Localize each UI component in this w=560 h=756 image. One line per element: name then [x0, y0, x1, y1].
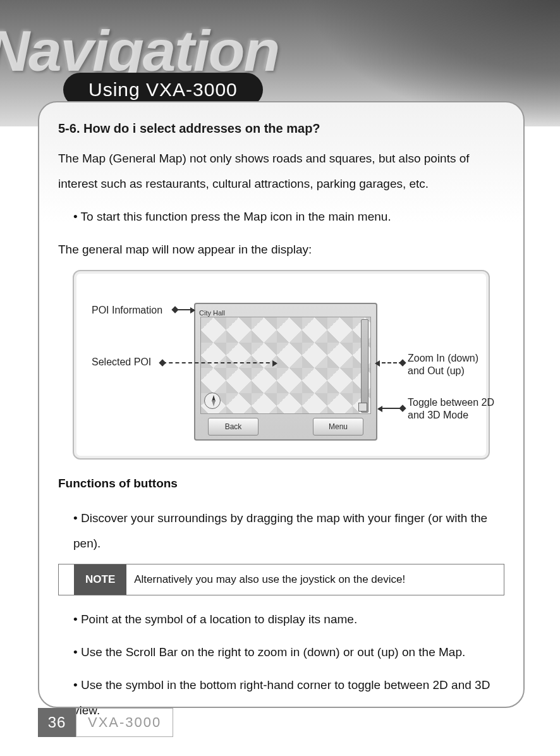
back-button: Back: [208, 418, 259, 436]
device-screen: City Hall Back Menu: [194, 303, 377, 441]
arrow-icon: [175, 309, 194, 310]
bullet-discover: Discover your surroundings by dragging t…: [58, 506, 504, 556]
note-label: NOTE: [74, 564, 126, 595]
note-text: Alternatively you may also use the joyst…: [126, 564, 413, 595]
bullet-scrollbar: Use the Scroll Bar on the right to zoom …: [58, 640, 504, 665]
note-row: NOTE Alternatively you may also use the …: [58, 564, 504, 595]
menu-button: Menu: [313, 418, 363, 436]
intro-text: The Map (General Map) not only shows roa…: [58, 146, 504, 197]
poi-info-callout: POI Information: [92, 304, 162, 317]
map-diagram: City Hall Back Menu POI Information Sele…: [73, 270, 490, 460]
compass-icon: [204, 393, 221, 409]
page-number: 36: [38, 708, 76, 737]
functions-heading: Functions of buttons: [58, 471, 504, 496]
bullet-point: Point at the symbol of a location to dis…: [58, 607, 504, 632]
arrow-icon: [376, 362, 403, 363]
start-bullet: To start this function press the Map ico…: [58, 204, 504, 229]
zoom-scrollbar: [361, 319, 368, 413]
selected-poi-callout: Selected POI: [92, 356, 151, 369]
page-footer: 36 VXA-3000: [38, 708, 173, 737]
model-label: VXA-3000: [76, 708, 173, 737]
arrow-icon: [162, 362, 276, 363]
content-panel: 5-6. How do i select addresses on the ma…: [38, 101, 525, 708]
toggle-callout: Toggle between 2D and 3D Mode: [408, 396, 496, 423]
zoom-callout: Zoom In (down) and Out (up): [408, 352, 490, 379]
section-heading: 5-6. How do i select addresses on the ma…: [58, 121, 504, 136]
map-area: [200, 317, 371, 414]
view-toggle-icon: [358, 403, 367, 412]
arrow-icon: [379, 408, 403, 409]
appear-line: The general map will now appear in the d…: [58, 237, 504, 262]
